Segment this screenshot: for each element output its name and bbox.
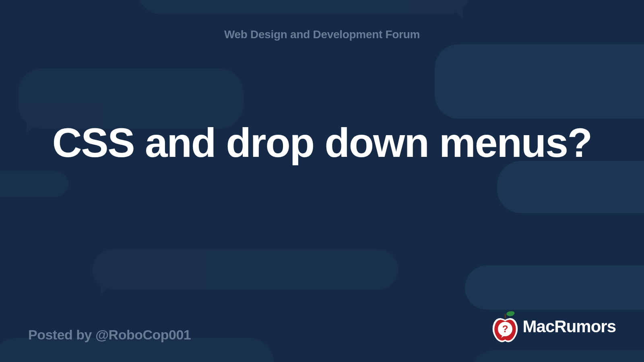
svg-text:?: ? xyxy=(502,323,508,334)
thread-title: CSS and drop down menus? xyxy=(52,119,592,167)
posted-by: Posted by @RoboCop001 xyxy=(28,327,191,343)
posted-by-user: @RoboCop001 xyxy=(95,327,191,342)
apple-icon: ? xyxy=(491,311,520,343)
brand-name: MacRumors xyxy=(523,317,616,336)
forum-name: Web Design and Development Forum xyxy=(224,28,420,41)
brand-logo: ? MacRumors xyxy=(491,311,616,343)
posted-by-prefix: Posted by xyxy=(28,327,95,342)
